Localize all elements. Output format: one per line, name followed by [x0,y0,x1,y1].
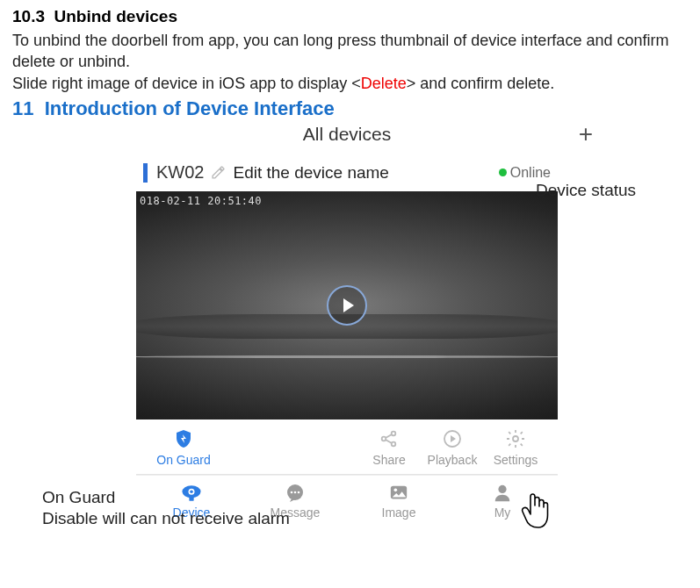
delete-text: Delete [361,75,407,92]
settings-button[interactable]: Settings [484,428,547,467]
nav-image[interactable]: Image [359,483,438,520]
on-guard-button[interactable]: On Guard [152,428,215,467]
add-device-icon[interactable]: + [579,120,593,148]
edit-name-annotation: Edit the device name [233,163,388,183]
share-button[interactable]: Share [357,428,421,467]
section-10-3-body2: Slide right image of device in iOS app t… [12,73,688,94]
svg-point-12 [298,491,300,494]
svg-point-0 [382,437,386,441]
svg-point-10 [291,491,293,494]
section-10-3-body1: To unbind the doorbell from app, you can… [12,30,688,73]
section-11-heading: 11 Introduction of Device Interface [12,97,688,120]
svg-point-4 [513,436,518,441]
svg-point-2 [392,442,396,447]
section-title: Unbind devices [54,7,177,25]
person-icon [490,483,515,504]
app-header-title: All devices [303,124,391,145]
online-status-label: Online [510,165,551,181]
camera-thumbnail[interactable]: 018-02-11 20:51:40 [136,191,558,419]
phone-screenshot: All devices + KW02 Edit the device name … [136,118,558,523]
section-10-3-heading: 10.3 Unbind devices [12,7,688,26]
chapter-number: 11 [12,97,33,119]
playback-button[interactable]: Playback [421,428,484,467]
chapter-title: Introduction of Device Interface [45,97,335,119]
image-icon [386,483,411,504]
play-icon[interactable] [327,285,367,326]
edit-name-icon[interactable] [211,165,226,180]
svg-point-11 [294,491,297,494]
video-timestamp: 018-02-11 20:51:40 [140,195,262,207]
device-status-annotation: Device status [536,181,636,200]
svg-point-15 [498,485,506,493]
on-guard-annotation: On Guard Disable will can not receive al… [42,487,290,529]
svg-point-14 [394,489,398,492]
app-header: All devices + [136,118,558,150]
online-status-dot [499,169,507,176]
accent-bar [143,163,148,183]
device-title-row: KW02 Edit the device name Online [136,150,558,191]
svg-point-1 [392,432,396,436]
device-name-label: KW02 [156,162,204,183]
nav-my[interactable]: My [463,483,542,520]
section-number: 10.3 [12,7,45,25]
device-action-row: On Guard Share Playback Settings [136,419,558,475]
